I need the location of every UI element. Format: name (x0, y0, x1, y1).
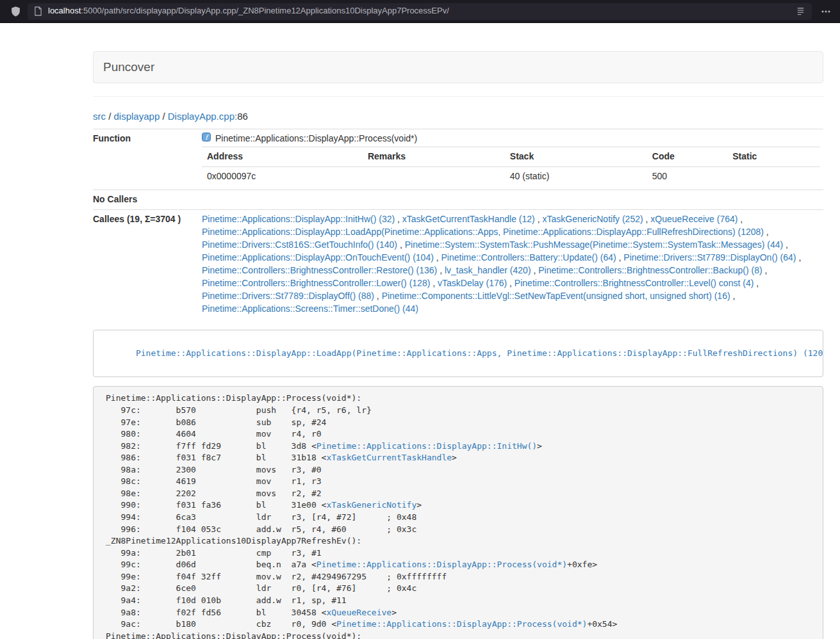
callee-link[interactable]: xTaskGetCurrentTaskHandle (12) (402, 214, 535, 224)
callee-link[interactable]: Pinetime::Applications::DisplayApp::Load… (202, 227, 764, 237)
callee-link[interactable]: Pinetime::System::SystemTask::PushMessag… (405, 239, 784, 250)
table-row-function: Function f Pinetime::Applications::Displ… (93, 129, 823, 190)
breadcrumb-displayapp[interactable]: displayapp (114, 111, 160, 122)
code-symbol-link[interactable]: xTaskGetCurrentTaskHandle (326, 453, 452, 462)
breadcrumb-separator: / (160, 111, 168, 122)
callee-link[interactable]: Pinetime::Controllers::BrightnessControl… (202, 278, 430, 288)
menu-icon[interactable] (821, 6, 831, 17)
callee-link[interactable]: Pinetime::Drivers::St7789::DisplayOff() … (202, 291, 374, 301)
function-icon: f (202, 133, 211, 145)
stack-value: 40 (static) (505, 167, 647, 186)
function-detail-table: Address Remarks Stack Code Static 0x0000… (202, 147, 820, 186)
column-header-static: Static (727, 147, 820, 167)
breadcrumb-separator: / (106, 111, 114, 122)
function-line: f Pinetime::Applications::DisplayApp::Pr… (202, 133, 820, 145)
callee-link[interactable]: xTaskGenericNotify (252) (542, 214, 643, 224)
column-header-remarks: Remarks (363, 147, 505, 167)
url-text: localhost:5000/path/src/displayapp/Displ… (48, 5, 796, 17)
code-value: 500 (647, 167, 727, 186)
code-symbol-link[interactable]: xQueueReceive (326, 608, 391, 617)
column-header-address: Address (202, 147, 363, 167)
reader-mode-icon[interactable] (796, 6, 805, 16)
page-icon[interactable] (34, 6, 42, 16)
callee-link[interactable]: Pinetime::Applications::DisplayApp::OnTo… (202, 252, 434, 263)
function-name: Pinetime::Applications::DisplayApp::Proc… (215, 133, 417, 145)
callee-link[interactable]: Pinetime::Applications::Screens::Timer::… (202, 303, 418, 314)
column-header-code: Code (647, 147, 727, 167)
callee-link[interactable]: vTaskDelay (176) (438, 278, 507, 288)
disassembly: Pinetime::Applications::DisplayApp::Proc… (93, 386, 823, 639)
callee-link[interactable]: Pinetime::Controllers::Battery::Update()… (441, 252, 616, 263)
static-value (727, 167, 820, 186)
callee-link[interactable]: Pinetime::Controllers::BrightnessControl… (538, 265, 762, 275)
detail-header-row: Address Remarks Stack Code Static (202, 147, 820, 167)
detail-value-row: 0x0000097c 40 (static) 500 (202, 167, 820, 186)
no-callers-label: No Callers (93, 190, 197, 210)
code-symbol-link[interactable]: Pinetime::Applications::DisplayApp::Proc… (317, 560, 567, 569)
callee-link[interactable]: Pinetime::Applications::DisplayApp::Init… (202, 214, 395, 224)
code-symbol-link[interactable]: xTaskGenericNotify (326, 500, 416, 510)
url-path: :5000/path/src/displayapp/DisplayApp.cpp… (81, 6, 449, 15)
function-cell: f Pinetime::Applications::DisplayApp::Pr… (197, 129, 823, 190)
callee-link[interactable]: Pinetime::Controllers::BrightnessControl… (202, 265, 437, 275)
highlighted-symbol-panel: Pinetime::Applications::DisplayApp::Load… (93, 330, 823, 377)
column-header-stack: Stack (505, 147, 647, 167)
address-value: 0x0000097c (202, 167, 363, 186)
brand-puncover[interactable]: Puncover (94, 58, 164, 76)
callees-label: Callees (19, Σ=3704 ) (93, 210, 197, 319)
code-symbol-link[interactable]: Pinetime::Applications::DisplayApp::Proc… (336, 619, 587, 629)
navbar: Puncover (93, 51, 823, 83)
function-table: Function f Pinetime::Applications::Displ… (93, 129, 823, 319)
breadcrumb-file[interactable]: DisplayApp.cpp: (168, 111, 237, 122)
divider (93, 96, 823, 97)
callee-link[interactable]: Pinetime::Drivers::Cst816S::GetTouchInfo… (202, 239, 397, 250)
callee-link[interactable]: lv_task_handler (420) (445, 265, 531, 275)
breadcrumb-src[interactable]: src (93, 111, 106, 122)
callee-link[interactable]: Pinetime::Drivers::St7789::DisplayOn() (… (623, 252, 796, 263)
callee-link[interactable]: Pinetime::Components::LittleVgl::SetNewT… (382, 291, 730, 301)
highlighted-symbol-link[interactable]: Pinetime::Applications::DisplayApp::Load… (136, 348, 823, 358)
remarks-value (363, 167, 505, 186)
no-callers-empty-cell (197, 190, 823, 210)
function-row-label: Function (93, 129, 197, 190)
callee-link[interactable]: xQueueReceive (764) (650, 214, 737, 224)
table-row-no-callers: No Callers (93, 190, 823, 210)
callees-cell: Pinetime::Applications::DisplayApp::Init… (197, 210, 823, 319)
url-host: localhost (48, 6, 81, 15)
breadcrumb: src / displayapp / DisplayApp.cpp:86 (93, 109, 823, 123)
url-bar[interactable]: localhost:5000/path/src/displayapp/Displ… (28, 3, 812, 20)
main-container: Puncover src / displayapp / DisplayApp.c… (93, 51, 823, 639)
browser-bar: localhost:5000/path/src/displayapp/Displ… (0, 0, 840, 23)
callee-link[interactable]: Pinetime::Controllers::BrightnessControl… (515, 278, 754, 288)
shield-icon[interactable] (10, 6, 21, 17)
page-content: Puncover src / displayapp / DisplayApp.c… (0, 23, 840, 639)
table-row-callees: Callees (19, Σ=3704 ) Pinetime::Applicat… (93, 210, 823, 319)
code-symbol-link[interactable]: Pinetime::Applications::DisplayApp::Init… (317, 441, 537, 451)
breadcrumb-line-number: 86 (237, 111, 248, 122)
